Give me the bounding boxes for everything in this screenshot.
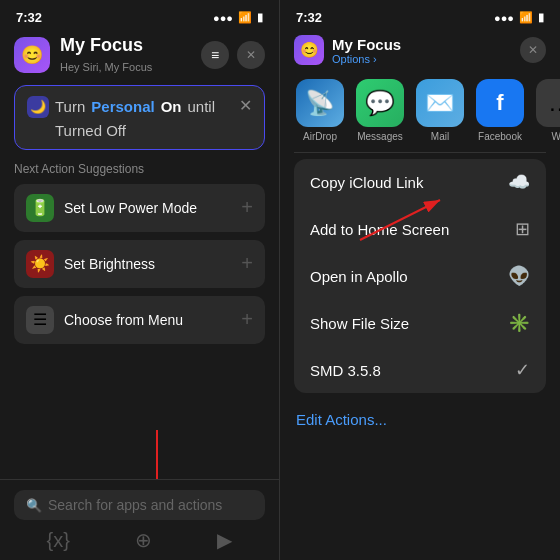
wifi-icon: 📶 xyxy=(238,11,252,24)
left-header: 😊 My Focus Hey Siri, My Focus ≡ ✕ xyxy=(0,29,279,85)
mail-icon: ✉️ xyxy=(416,79,464,127)
share-app-more[interactable]: … W... xyxy=(534,79,560,142)
header-left: 😊 My Focus Hey Siri, My Focus xyxy=(14,35,152,75)
turn-text: Turn xyxy=(55,98,85,115)
mail-label: Mail xyxy=(431,131,449,142)
copy-icloud-icon: ☁️ xyxy=(508,171,530,193)
suggestion-brightness[interactable]: ☀️ Set Brightness + xyxy=(14,240,265,288)
r-close-button[interactable]: ✕ xyxy=(520,37,546,63)
action-card-row: 🌙 Turn Personal On until xyxy=(27,96,215,118)
edit-actions[interactable]: Edit Actions... xyxy=(280,399,560,441)
search-icon: 🔍 xyxy=(26,498,42,513)
r-app-title: My Focus xyxy=(332,36,401,53)
share-divider xyxy=(294,152,546,153)
action-card-content: 🌙 Turn Personal On until Turned Off xyxy=(27,96,215,139)
right-status-bar: 7:32 ●●● 📶 ▮ xyxy=(280,0,560,29)
r-wifi-icon: 📶 xyxy=(519,11,533,24)
edit-actions-label: Edit Actions... xyxy=(296,411,387,428)
brightness-icon: ☀️ xyxy=(26,250,54,278)
facebook-label: Facebook xyxy=(478,131,522,142)
menu-button[interactable]: ≡ xyxy=(201,41,229,69)
menu-icon: ≡ xyxy=(211,47,219,63)
right-status-icons: ●●● 📶 ▮ xyxy=(494,11,544,24)
header-actions: ≡ ✕ xyxy=(201,41,265,69)
right-panel: 7:32 ●●● 📶 ▮ 😊 My Focus Options › ✕ 📡 Ai… xyxy=(280,0,560,560)
action-dismiss-icon[interactable]: ✕ xyxy=(239,96,252,115)
open-in-apollo[interactable]: Open in Apollo 👽 xyxy=(294,253,546,300)
share-apps-row: 📡 AirDrop 💬 Messages ✉️ Mail f Facebook … xyxy=(280,73,560,152)
left-panel: 7:32 ●●● 📶 ▮ 😊 My Focus Hey Siri, My Foc… xyxy=(0,0,280,560)
play-icon[interactable]: ▶ xyxy=(217,528,232,552)
add-action-icon[interactable]: ⊕ xyxy=(135,528,152,552)
suggestion-left-0: 🔋 Set Low Power Mode xyxy=(26,194,197,222)
messages-icon: 💬 xyxy=(356,79,404,127)
close-button[interactable]: ✕ xyxy=(237,41,265,69)
r-options-link[interactable]: Options › xyxy=(332,53,401,65)
apollo-icon: 👽 xyxy=(508,265,530,287)
copy-icloud-link[interactable]: Copy iCloud Link ☁️ xyxy=(294,159,546,206)
menu-choice-icon: ☰ xyxy=(26,306,54,334)
turned-off-text: Turned Off xyxy=(55,122,215,139)
left-status-bar: 7:32 ●●● 📶 ▮ xyxy=(0,0,279,29)
suggestion-left-2: ☰ Choose from Menu xyxy=(26,306,183,334)
add-icon-0[interactable]: + xyxy=(241,196,253,219)
suggestion-label-1: Set Brightness xyxy=(64,256,155,272)
show-file-size[interactable]: Show File Size ✳️ xyxy=(294,300,546,347)
smd-check-icon: ✓ xyxy=(515,359,530,381)
personal-text: Personal xyxy=(91,98,154,115)
on-text: On xyxy=(161,98,182,115)
bottom-icons: {x} ⊕ ▶ xyxy=(14,528,265,552)
r-close-icon: ✕ xyxy=(528,43,538,57)
add-icon-2[interactable]: + xyxy=(241,308,253,331)
variable-icon[interactable]: {x} xyxy=(47,529,70,552)
apollo-label: Open in Apollo xyxy=(310,268,408,285)
left-status-icons: ●●● 📶 ▮ xyxy=(213,11,263,24)
right-header: 😊 My Focus Options › ✕ xyxy=(280,29,560,73)
until-text: until xyxy=(188,98,216,115)
bottom-bar: 🔍 Search for apps and actions {x} ⊕ ▶ xyxy=(0,479,279,560)
focus-app-icon: 😊 xyxy=(14,37,50,73)
header-text: My Focus Hey Siri, My Focus xyxy=(60,35,152,75)
suggestion-menu[interactable]: ☰ Choose from Menu + xyxy=(14,296,265,344)
action-card[interactable]: 🌙 Turn Personal On until Turned Off ✕ xyxy=(14,85,265,150)
add-home-icon: ⊞ xyxy=(515,218,530,240)
r-battery-icon: ▮ xyxy=(538,11,544,24)
next-action-label: Next Action Suggestions xyxy=(0,162,279,184)
signal-icon: ●●● xyxy=(213,12,233,24)
suggestion-label-0: Set Low Power Mode xyxy=(64,200,197,216)
battery-icon: ▮ xyxy=(257,11,263,24)
suggestion-left-1: ☀️ Set Brightness xyxy=(26,250,155,278)
add-icon-1[interactable]: + xyxy=(241,252,253,275)
share-app-facebook[interactable]: f Facebook xyxy=(474,79,526,142)
copy-icloud-label: Copy iCloud Link xyxy=(310,174,423,191)
share-app-airdrop[interactable]: 📡 AirDrop xyxy=(294,79,346,142)
suggestion-low-power[interactable]: 🔋 Set Low Power Mode + xyxy=(14,184,265,232)
search-bar[interactable]: 🔍 Search for apps and actions xyxy=(14,490,265,520)
moon-icon: 🌙 xyxy=(27,96,49,118)
app-title: My Focus xyxy=(60,35,152,57)
suggestion-label-2: Choose from Menu xyxy=(64,312,183,328)
airdrop-label: AirDrop xyxy=(303,131,337,142)
r-signal-icon: ●●● xyxy=(494,12,514,24)
more-app-icon: … xyxy=(536,79,560,127)
facebook-icon: f xyxy=(476,79,524,127)
smd-version-item[interactable]: SMD 3.5.8 ✓ xyxy=(294,347,546,393)
file-size-label: Show File Size xyxy=(310,315,409,332)
smd-label: SMD 3.5.8 xyxy=(310,362,381,379)
share-app-messages[interactable]: 💬 Messages xyxy=(354,79,406,142)
share-app-mail[interactable]: ✉️ Mail xyxy=(414,79,466,142)
r-focus-icon: 😊 xyxy=(294,35,324,65)
left-time: 7:32 xyxy=(16,10,42,25)
file-size-icon: ✳️ xyxy=(508,312,530,334)
airdrop-icon: 📡 xyxy=(296,79,344,127)
add-to-home-screen[interactable]: Add to Home Screen ⊞ xyxy=(294,206,546,253)
share-menu: Copy iCloud Link ☁️ Add to Home Screen ⊞… xyxy=(294,159,546,393)
close-icon: ✕ xyxy=(246,48,256,62)
app-subtitle: Hey Siri, My Focus xyxy=(60,61,152,73)
search-placeholder: Search for apps and actions xyxy=(48,497,222,513)
add-home-label: Add to Home Screen xyxy=(310,221,449,238)
low-power-icon: 🔋 xyxy=(26,194,54,222)
r-header-text: My Focus Options › xyxy=(332,36,401,65)
more-app-label: W... xyxy=(551,131,560,142)
right-time: 7:32 xyxy=(296,10,322,25)
